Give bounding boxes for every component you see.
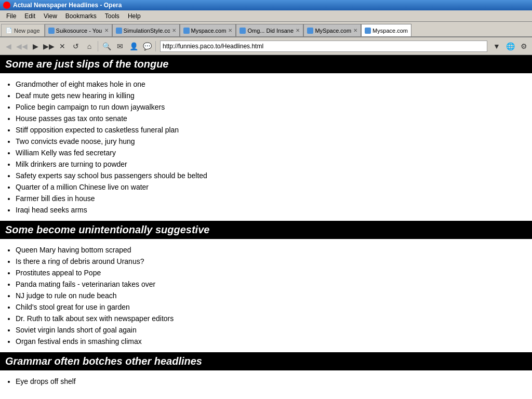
- search-button[interactable]: 🔍: [100, 40, 113, 52]
- tab-myspace2-close[interactable]: ✕: [353, 28, 357, 33]
- list-item: Queen Mary having bottom scraped: [16, 244, 522, 256]
- section-header-grammar: Grammar often botches other headlines: [0, 352, 532, 370]
- stop-button[interactable]: ✕: [56, 40, 69, 52]
- list-item: NJ judge to rule on nude beach: [16, 290, 522, 301]
- tab-simulationstyle[interactable]: SimulationStyle.com :.... ✕: [112, 24, 180, 36]
- list-item: Child's stool great for use in garden: [16, 301, 522, 313]
- tab-omg[interactable]: Omg... Did Insane..... ✕: [236, 24, 303, 36]
- section-header-slips: Some are just slips of the tongue: [0, 55, 532, 73]
- list-item: William Kelly was fed secretary: [16, 147, 522, 158]
- section-header-suggestive: Some become unintentionally suggestive: [0, 221, 532, 239]
- tab-new-page-icon: 📄: [6, 28, 12, 33]
- toolbar: ◀ ◀◀ ▶ ▶▶ ✕ ↺ ⌂ 🔍 ✉ 👤 💬 ▼ 🌐 ⚙: [0, 37, 532, 55]
- section-suggestive-list: Queen Mary having bottom scraped Is ther…: [0, 239, 532, 352]
- chat-button[interactable]: 💬: [141, 40, 153, 52]
- tab-omg-icon: [240, 28, 246, 34]
- list-item: Police begin campaign to run down jaywal…: [16, 101, 522, 113]
- tab-myspace1-close[interactable]: ✕: [228, 28, 232, 33]
- list-item: Organ festival ends in smashing climax: [16, 336, 522, 347]
- toolbar-separator-1: [98, 41, 98, 51]
- address-input[interactable]: [163, 43, 485, 50]
- tab-omg-close[interactable]: ✕: [296, 28, 300, 33]
- globe-icon: 🌐: [504, 40, 516, 52]
- back-button[interactable]: ◀: [2, 40, 15, 52]
- list-item: Eye drops off shelf: [16, 376, 522, 387]
- list-item: Dr. Ruth to talk about sex with newspape…: [16, 313, 522, 324]
- section-grammar-list: Eye drops off shelf: [0, 370, 532, 392]
- tab-myspace1[interactable]: Myspace.com ✕: [180, 24, 236, 36]
- window-title: Actual Newspaper Headlines - Opera: [13, 2, 122, 9]
- title-bar: Actual Newspaper Headlines - Opera: [0, 0, 532, 10]
- home-button[interactable]: ⌂: [83, 40, 96, 52]
- tab-simulationstyle-close[interactable]: ✕: [172, 28, 176, 33]
- section-slips-list: Grandmother of eight makes hole in one D…: [0, 73, 532, 221]
- menu-bookmarks[interactable]: Bookmarks: [61, 11, 101, 21]
- tab-myspace2[interactable]: MySpace.com ✕: [303, 24, 361, 36]
- list-item: Prostitutes appeal to Pope: [16, 267, 522, 278]
- forward-button[interactable]: ▶: [29, 40, 42, 52]
- tab-suikosource[interactable]: Suikosource - Your So.... ✕: [45, 24, 112, 36]
- menu-help[interactable]: Help: [124, 11, 145, 21]
- list-item: Stiff opposition expected to casketless …: [16, 124, 522, 136]
- tab-simulationstyle-icon: [116, 28, 122, 34]
- page-content: Some are just slips of the tongue Grandm…: [0, 55, 532, 399]
- rewind-button[interactable]: ◀◀: [16, 40, 28, 52]
- list-item: Iraqi head seeks arms: [16, 204, 522, 216]
- opera-icon: [3, 2, 10, 9]
- address-dropdown-button[interactable]: ▼: [490, 40, 503, 52]
- menu-file[interactable]: File: [2, 11, 20, 21]
- list-item: House passes gas tax onto senate: [16, 113, 522, 124]
- toolbar-separator-2: [155, 41, 156, 51]
- tab-myspace3[interactable]: Myspace.com: [361, 24, 411, 36]
- list-item: Panda mating fails - veterinarian takes …: [16, 278, 522, 290]
- tab-myspace3-icon: [365, 28, 371, 34]
- list-item: Soviet virgin lands short of goal again: [16, 324, 522, 336]
- list-item: Grandmother of eight makes hole in one: [16, 78, 522, 90]
- menu-bar: File Edit View Bookmarks Tools Help: [0, 10, 532, 22]
- settings-button[interactable]: ⚙: [517, 40, 530, 52]
- fastforward-button[interactable]: ▶▶: [43, 40, 55, 52]
- tab-new-page[interactable]: 📄 New page: [1, 24, 45, 36]
- tab-suikosource-close[interactable]: ✕: [104, 28, 109, 33]
- list-item: Two convicts evade noose, jury hung: [16, 136, 522, 147]
- mail-button[interactable]: ✉: [114, 40, 126, 52]
- tab-myspace1-icon: [183, 28, 190, 34]
- list-item: Is there a ring of debris around Uranus?: [16, 256, 522, 267]
- tab-myspace2-icon: [307, 28, 313, 34]
- tab-bar: 📄 New page Suikosource - Your So.... ✕ S…: [0, 22, 532, 37]
- menu-edit[interactable]: Edit: [20, 11, 39, 21]
- list-item: Safety experts say school bus passengers…: [16, 170, 522, 181]
- list-item: Quarter of a million Chinese live on wat…: [16, 181, 522, 193]
- menu-tools[interactable]: Tools: [101, 11, 124, 21]
- address-bar-container: [160, 41, 487, 52]
- list-item: Deaf mute gets new hearing in killing: [16, 90, 522, 101]
- tab-suikosource-icon: [48, 28, 55, 34]
- reload-button[interactable]: ↺: [70, 40, 82, 52]
- contacts-button[interactable]: 👤: [127, 40, 140, 52]
- list-item: Farmer bill dies in house: [16, 193, 522, 204]
- list-item: Milk drinkers are turning to powder: [16, 158, 522, 170]
- menu-view[interactable]: View: [39, 11, 61, 21]
